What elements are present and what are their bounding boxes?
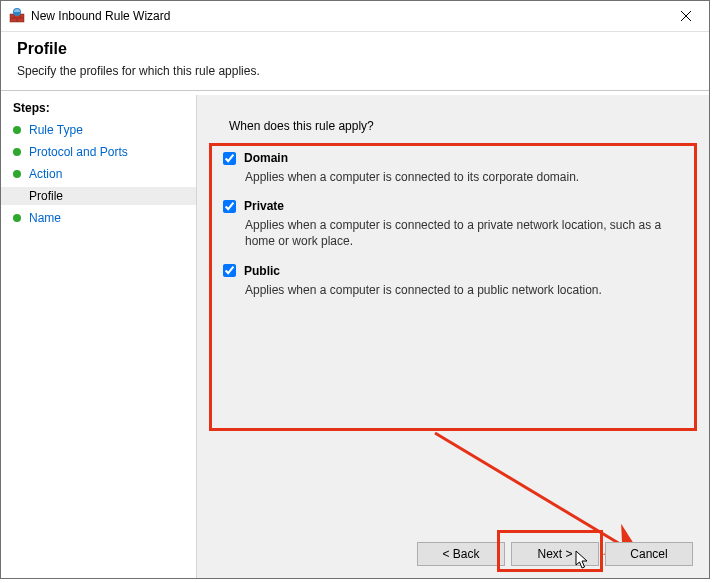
step-profile: Profile: [1, 187, 196, 205]
option-private: PrivateApplies when a computer is connec…: [223, 199, 679, 249]
content-pane: When does this rule apply? DomainApplies…: [196, 95, 709, 578]
option-label: Private: [244, 199, 284, 213]
step-bullet-icon: [13, 170, 21, 178]
wizard-window: New Inbound Rule Wizard Profile Specify …: [0, 0, 710, 579]
option-desc: Applies when a computer is connected to …: [245, 169, 675, 185]
step-bullet-icon: [13, 192, 21, 200]
page-title: Profile: [17, 40, 693, 58]
firewall-icon: [9, 8, 25, 24]
close-icon: [681, 11, 691, 21]
option-desc: Applies when a computer is connected to …: [245, 282, 675, 298]
steps-heading: Steps:: [13, 101, 196, 115]
step-bullet-icon: [13, 148, 21, 156]
option-desc: Applies when a computer is connected to …: [245, 217, 675, 249]
page-subtitle: Specify the profiles for which this rule…: [17, 64, 693, 78]
step-bullet-icon: [13, 214, 21, 222]
checkbox-domain[interactable]: [223, 152, 236, 165]
step-label: Name: [29, 211, 61, 225]
profile-options: DomainApplies when a computer is connect…: [223, 151, 679, 312]
option-domain: DomainApplies when a computer is connect…: [223, 151, 679, 185]
step-name[interactable]: Name: [1, 209, 196, 227]
header-divider: [1, 90, 709, 91]
step-protocol-and-ports[interactable]: Protocol and Ports: [1, 143, 196, 161]
checkbox-public[interactable]: [223, 264, 236, 277]
step-bullet-icon: [13, 126, 21, 134]
step-label: Rule Type: [29, 123, 83, 137]
back-button[interactable]: < Back: [417, 542, 505, 566]
window-title: New Inbound Rule Wizard: [31, 9, 663, 23]
cancel-button[interactable]: Cancel: [605, 542, 693, 566]
step-label: Action: [29, 167, 62, 181]
option-label: Domain: [244, 151, 288, 165]
svg-line-9: [435, 433, 635, 553]
titlebar: New Inbound Rule Wizard: [1, 1, 709, 32]
next-button[interactable]: Next >: [511, 542, 599, 566]
close-button[interactable]: [663, 1, 709, 31]
step-rule-type[interactable]: Rule Type: [1, 121, 196, 139]
option-public: PublicApplies when a computer is connect…: [223, 264, 679, 298]
checkbox-private[interactable]: [223, 200, 236, 213]
step-label: Protocol and Ports: [29, 145, 128, 159]
step-label: Profile: [29, 189, 63, 203]
step-action[interactable]: Action: [1, 165, 196, 183]
wizard-buttons: < Back Next > Cancel: [417, 542, 693, 566]
steps-sidebar: Steps: Rule TypeProtocol and PortsAction…: [1, 95, 196, 578]
question-text: When does this rule apply?: [229, 119, 374, 133]
option-label: Public: [244, 264, 280, 278]
wizard-header: Profile Specify the profiles for which t…: [1, 32, 709, 90]
